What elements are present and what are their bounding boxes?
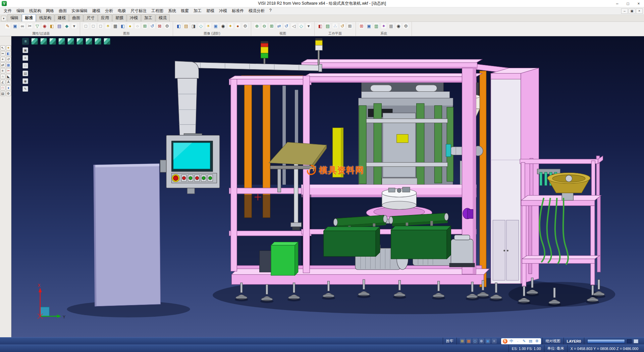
filter-icon[interactable]: ▽	[34, 23, 40, 29]
image-settings-icon[interactable]: ⚙	[242, 23, 248, 29]
menu-item[interactable]: 电极	[115, 7, 128, 14]
cpl-xy-icon[interactable]: ◧	[317, 23, 323, 29]
quick-pick-icon[interactable]: ◉	[42, 23, 48, 29]
ime-settings-icon[interactable]: ⚙	[535, 339, 539, 343]
mdi-restore-button[interactable]: ▣	[629, 8, 635, 14]
ime-punct-icon[interactable]: ·	[516, 339, 520, 343]
shadow-icon[interactable]: ◨	[191, 23, 197, 29]
axonometric-right-view-icon[interactable]	[104, 38, 110, 45]
chamfer-icon[interactable]: ◣	[6, 74, 11, 79]
menu-item[interactable]: 标准件	[229, 7, 246, 14]
left-view-icon[interactable]	[58, 38, 65, 45]
otrack-icon[interactable]: ⊕	[479, 339, 484, 344]
menu-item[interactable]: 系统	[166, 7, 178, 14]
redraw-icon[interactable]: ↺	[149, 23, 155, 29]
orbit-icon[interactable]: ↺	[283, 23, 289, 29]
toolbar-tab[interactable]: 应用	[98, 14, 112, 21]
sys-monitor-icon[interactable]: ▣	[366, 23, 372, 29]
sys-macro-icon[interactable]: ✦	[381, 23, 387, 29]
ime-keyboard-icon[interactable]: ▤	[528, 339, 533, 343]
graphic-group-icon[interactable]: □	[98, 23, 104, 29]
measure-icon[interactable]: ∠	[0, 80, 5, 85]
text-icon[interactable]: A	[6, 80, 11, 85]
box-select-icon[interactable]: □	[22, 63, 28, 69]
model-3d-packaging-machine[interactable]: X Y	[11, 36, 644, 337]
toolbar-tab[interactable]: 线架构	[36, 14, 54, 21]
toolbar-tab[interactable]: 曲面	[69, 14, 83, 21]
graphic-settings-icon[interactable]: ⚙	[164, 23, 170, 29]
layer-cell[interactable]: LAYER0	[564, 338, 584, 345]
menu-item[interactable]: 分析	[103, 7, 115, 14]
sys-palette-icon[interactable]: ⊞	[359, 23, 365, 29]
back-view-icon[interactable]	[49, 38, 56, 45]
lock-cell[interactable]: 拴牢	[443, 338, 457, 345]
magic-wand-icon[interactable]: ✦	[6, 45, 11, 50]
view-menu-icon[interactable]: ≡	[22, 38, 29, 45]
toolbar-tab[interactable]: 编辑	[7, 14, 21, 21]
cpl-face-icon[interactable]: ▤	[325, 23, 331, 29]
toolbar-tab[interactable]: 模流	[156, 14, 170, 21]
dynamic-view-icon[interactable]: ◇	[298, 23, 304, 29]
fillet-icon[interactable]: ∩	[0, 74, 5, 79]
zoom-out-icon[interactable]: ⊖	[261, 23, 267, 29]
osnap-icon[interactable]: ⊞	[460, 339, 465, 344]
front-view-icon[interactable]	[40, 38, 47, 45]
menu-item[interactable]: 工程图	[149, 7, 166, 14]
zoom-in-icon[interactable]: ⊕	[254, 23, 260, 29]
sys-grid-icon[interactable]: ▦	[388, 23, 394, 29]
light-icon[interactable]: ✦	[227, 23, 233, 29]
view-menu-icon[interactable]: ▾	[306, 23, 312, 29]
menu-item[interactable]: 塑模	[204, 7, 217, 14]
ambient-icon[interactable]: ☀	[205, 23, 211, 29]
select-type-icon[interactable]: ◆	[64, 23, 70, 29]
pin-icon[interactable]: ♦	[6, 85, 11, 90]
toolbar-tab[interactable]: 冲模	[127, 14, 141, 21]
reflection-icon[interactable]: ◇	[198, 23, 204, 29]
previous-view-icon[interactable]: ◁	[291, 23, 297, 29]
close-button[interactable]: ×	[633, 0, 644, 7]
texture-icon[interactable]: ▤	[183, 23, 189, 29]
axonometric-left-view-icon[interactable]	[95, 38, 101, 45]
grid-snap-icon[interactable]: ▦	[466, 339, 471, 344]
erase-graphic-icon[interactable]: ⊠	[157, 23, 163, 29]
filter-menu-icon[interactable]: ▾	[71, 23, 77, 29]
camera-icon[interactable]: ◉	[220, 23, 226, 29]
material-icon[interactable]: ●	[235, 23, 241, 29]
list-icon[interactable]: ≡	[22, 55, 28, 61]
polar-icon[interactable]: ◇	[473, 339, 478, 344]
menu-item[interactable]: 视窗	[178, 7, 191, 14]
cpl-rotate-icon[interactable]: ↺	[339, 23, 345, 29]
attr-copy-icon[interactable]: ▣	[12, 23, 18, 29]
toolbar-tab[interactable]: 建模	[55, 14, 69, 21]
zoom-fit-icon[interactable]: ⊞	[269, 23, 275, 29]
ime-mode-icon[interactable]: 中	[509, 339, 514, 344]
menu-item[interactable]: 实体编辑	[69, 7, 90, 14]
graphic-list-icon[interactable]: □	[83, 23, 89, 29]
menu-item[interactable]: 模流分析	[246, 7, 267, 14]
wireframe-icon[interactable]: ▦	[112, 23, 118, 29]
erase-icon[interactable]: □	[0, 85, 5, 90]
menu-item[interactable]: 网格	[44, 7, 56, 14]
attr-brush-icon[interactable]: ✎	[5, 23, 11, 29]
document-icon[interactable]: ▤	[22, 71, 28, 76]
show-all-icon[interactable]: ☀	[105, 23, 111, 29]
mdi-close-button[interactable]: ×	[636, 8, 643, 14]
minimize-button[interactable]: –	[612, 0, 623, 7]
tab-dropdown-button[interactable]: ▾	[1, 16, 6, 21]
unchain-icon[interactable]: ✂	[27, 23, 33, 29]
menu-item[interactable]: 尺寸标注	[128, 7, 149, 14]
clipboard-icon[interactable]: ▣	[22, 47, 28, 53]
toolbar-tab[interactable]: 标准	[22, 14, 36, 21]
paste-icon[interactable]: ◧	[6, 51, 11, 56]
right-view-icon[interactable]	[67, 38, 74, 45]
menu-item[interactable]: 建模	[90, 7, 103, 14]
lineweight-icon[interactable]: ≡	[492, 339, 497, 344]
bulb-on-icon[interactable]: ●	[127, 23, 133, 29]
lock-icon[interactable]: ◉	[22, 78, 28, 84]
layers-icon[interactable]: ▤	[0, 91, 5, 96]
background-icon[interactable]: ▣	[213, 23, 219, 29]
viewport-canvas[interactable]: ≡ ▣≡□▤◉✎	[11, 36, 644, 337]
select-arrow-icon[interactable]: ↖	[0, 45, 5, 50]
sogou-logo-icon[interactable]: S	[503, 339, 507, 344]
toolbar-tab[interactable]: 塑膜	[112, 14, 126, 21]
